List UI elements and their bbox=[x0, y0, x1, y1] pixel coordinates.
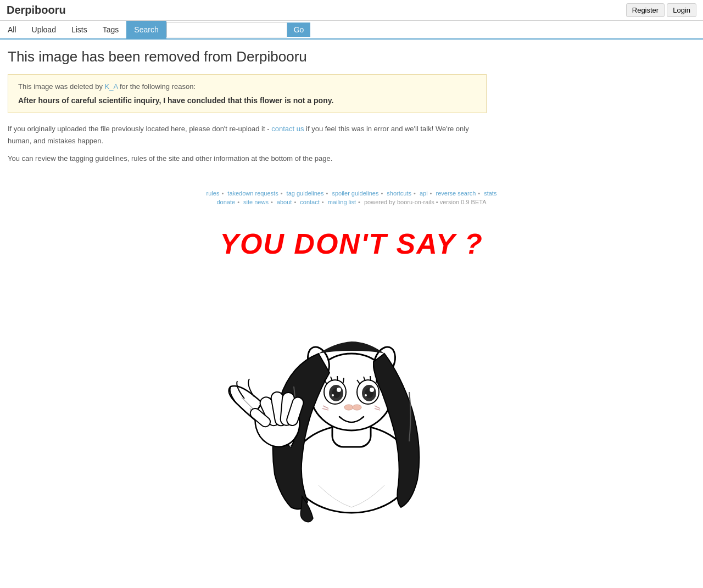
sep9: • bbox=[271, 199, 273, 205]
svg-point-18 bbox=[365, 394, 367, 396]
footer-link-stats[interactable]: stats bbox=[484, 190, 496, 197]
go-button[interactable]: Go bbox=[287, 23, 311, 37]
notice-suffix: for the following reason: bbox=[118, 82, 196, 91]
sep1: • bbox=[221, 190, 224, 197]
svg-line-13 bbox=[343, 378, 344, 383]
svg-point-8 bbox=[337, 388, 341, 392]
sep7: • bbox=[478, 190, 480, 197]
sep6: • bbox=[430, 190, 432, 197]
sep11: • bbox=[322, 199, 324, 205]
footer-link-rules[interactable]: rules bbox=[207, 190, 220, 197]
body-text-1: If you originally uploaded the file prev… bbox=[8, 123, 480, 147]
footer-link-reverse-search[interactable]: reverse search bbox=[436, 190, 476, 197]
footer-link-takedown[interactable]: takedown requests bbox=[227, 190, 278, 197]
footer-links-row1: rules• takedown requests• tag guidelines… bbox=[0, 190, 703, 197]
notice-text: This image was deleted by K_A for the fo… bbox=[18, 82, 476, 91]
footer-powered-by: powered by booru-on-rails • version 0.9 … bbox=[364, 199, 487, 205]
svg-point-23 bbox=[344, 405, 353, 410]
site-title: Derpibooru bbox=[7, 4, 66, 16]
nav-all[interactable]: All bbox=[0, 21, 24, 38]
deletion-reason: After hours of careful scientific inquir… bbox=[18, 96, 476, 105]
nav-tags[interactable]: Tags bbox=[95, 21, 127, 38]
svg-line-22 bbox=[376, 378, 377, 383]
footer-link-tagguidelines[interactable]: tag guidelines bbox=[287, 190, 324, 197]
footer-link-sitenews[interactable]: site news bbox=[243, 199, 269, 205]
footer-link-donate[interactable]: donate bbox=[216, 199, 235, 205]
notice-prefix: This image was deleted by bbox=[18, 82, 105, 91]
footer-link-about[interactable]: about bbox=[277, 199, 292, 205]
svg-line-12 bbox=[337, 376, 338, 381]
footer-link-contact[interactable]: contact bbox=[300, 199, 319, 205]
meme-area: YOU DON'T SAY ? bbox=[0, 227, 703, 529]
login-button[interactable]: Login bbox=[667, 3, 696, 17]
deleted-by-link[interactable]: K_A bbox=[105, 82, 118, 91]
svg-point-24 bbox=[353, 405, 361, 410]
pony-illustration bbox=[192, 266, 511, 529]
register-button[interactable]: Register bbox=[626, 3, 665, 17]
navbar: All Upload Lists Tags Search Go bbox=[0, 21, 703, 40]
sep10: • bbox=[294, 199, 296, 205]
footer-links-row2: donate• site news• about• contact• maili… bbox=[0, 199, 703, 205]
svg-point-17 bbox=[370, 388, 374, 392]
body-text-2: You can review the tagging guidelines, r… bbox=[8, 153, 480, 165]
header-actions: Register Login bbox=[626, 3, 696, 17]
footer-link-spoiler[interactable]: spoiler guidelines bbox=[332, 190, 378, 197]
footer-link-shortcuts[interactable]: shortcuts bbox=[387, 190, 411, 197]
sep3: • bbox=[326, 190, 328, 197]
header: Derpibooru Register Login bbox=[0, 0, 703, 21]
sep12: • bbox=[358, 199, 360, 205]
nav-search[interactable]: Search bbox=[126, 21, 166, 38]
nav-lists[interactable]: Lists bbox=[64, 21, 95, 38]
notice-box: This image was deleted by K_A for the fo… bbox=[8, 74, 487, 113]
main-content: This image has been removed from Derpibo… bbox=[0, 40, 494, 179]
nav-upload[interactable]: Upload bbox=[24, 21, 64, 38]
sep4: • bbox=[381, 190, 383, 197]
svg-line-21 bbox=[370, 376, 371, 381]
sep5: • bbox=[414, 190, 416, 197]
sep8: • bbox=[237, 199, 239, 205]
svg-point-9 bbox=[332, 394, 334, 396]
contact-us-link[interactable]: contact us bbox=[271, 125, 304, 133]
search-input[interactable] bbox=[166, 22, 287, 37]
sep2: • bbox=[281, 190, 283, 197]
page-title: This image has been removed from Derpibo… bbox=[8, 48, 487, 65]
footer-link-api[interactable]: api bbox=[420, 190, 428, 197]
footer: rules• takedown requests• tag guidelines… bbox=[0, 179, 703, 211]
footer-link-mailinglist[interactable]: mailing list bbox=[328, 199, 356, 205]
meme-title: YOU DON'T SAY ? bbox=[0, 227, 703, 260]
